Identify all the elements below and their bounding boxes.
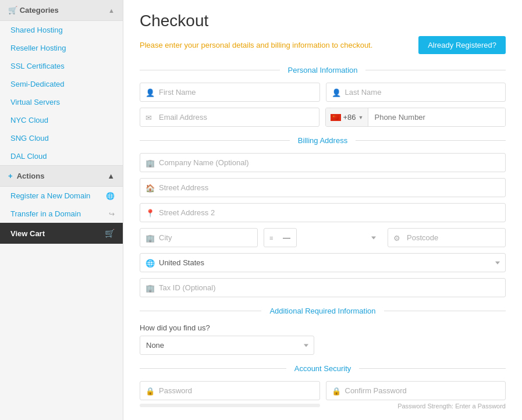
city-input[interactable]	[140, 228, 258, 247]
city-state-postcode-row: 🏢 ≡ — ⚙	[140, 228, 506, 247]
find-us-select[interactable]: None Google Bing Facebook Twitter Friend…	[140, 336, 314, 355]
phone-dropdown-icon[interactable]: ▼	[358, 115, 364, 120]
street1-input[interactable]	[140, 178, 506, 197]
last-name-group: 👤	[326, 83, 506, 102]
additional-info-label: Additional Required Information	[261, 307, 383, 315]
password-right: 🔒 Password Strength: Enter a Password	[326, 381, 506, 410]
sidebar-item-dal-cloud[interactable]: DAL Cloud	[0, 147, 123, 165]
account-security-divider: Account Security	[140, 364, 506, 373]
state-group: ≡ —	[264, 228, 382, 247]
categories-label: Categories	[20, 6, 59, 15]
country-group: 🌐 United States China United Kingdom Can…	[140, 253, 506, 272]
tax-row: 🏢	[140, 278, 506, 297]
personal-info-label: Personal Information	[280, 66, 366, 74]
account-security-label: Account Security	[286, 364, 360, 373]
last-name-input[interactable]	[326, 83, 506, 102]
password-strength-bar	[140, 404, 320, 407]
email-group: ✉	[140, 108, 319, 127]
street2-row: 📍	[140, 203, 506, 222]
sidebar-item-nyc-cloud[interactable]: NYC Cloud	[0, 111, 123, 129]
country-row: 🌐 United States China United Kingdom Can…	[140, 253, 506, 272]
postcode-input[interactable]	[388, 228, 506, 247]
tax-icon: 🏢	[145, 283, 155, 292]
categories-header: 🛒 Categories ▲	[0, 0, 123, 21]
phone-prefix: 🇨🇳 +86 ▼	[326, 108, 369, 126]
street2-input[interactable]	[140, 203, 506, 222]
already-registered-button[interactable]: Already Registered?	[418, 36, 506, 54]
cart-header-icon: 🛒 Categories	[8, 6, 59, 15]
sidebar-item-reseller-hosting[interactable]: Reseller Hosting	[0, 39, 123, 57]
email-phone-row: ✉ 🇨🇳 +86 ▼	[140, 108, 506, 127]
lock-icon-2: 🔒	[332, 386, 341, 395]
postcode-group: ⚙	[388, 228, 506, 247]
password-group: 🔒	[140, 381, 320, 400]
password-strength-text: Password Strength: Enter a Password	[326, 403, 506, 410]
globe-icon-2: 🌐	[145, 258, 155, 267]
actions-chevron-icon: ▲	[107, 172, 115, 180]
subtitle-row: Please enter your personal details and b…	[140, 36, 506, 54]
name-row: 👤 👤	[140, 83, 506, 102]
tax-input[interactable]	[140, 278, 506, 297]
transfer-domain-label: Transfer in a Domain	[10, 209, 81, 218]
country-select[interactable]: United States China United Kingdom Canad…	[140, 253, 506, 272]
person-icon: 👤	[145, 88, 155, 97]
tax-group: 🏢	[140, 278, 506, 297]
sidebar-item-shared-hosting[interactable]: Shared Hosting	[0, 21, 123, 39]
plus-icon: +	[8, 172, 13, 180]
city-group: 🏢	[140, 228, 258, 247]
page-title: Checkout	[140, 12, 506, 30]
confirm-password-group: 🔒	[326, 381, 506, 400]
security-question-left: Please choose a security question What w…	[140, 415, 320, 420]
postcode-icon: ⚙	[393, 233, 400, 242]
password-input[interactable]	[140, 381, 320, 400]
state-select[interactable]: —	[264, 228, 297, 247]
view-cart-label: View Cart	[10, 229, 45, 238]
company-input[interactable]	[140, 153, 506, 172]
first-name-group: 👤	[140, 83, 320, 102]
sidebar-item-sng-cloud[interactable]: SNG Cloud	[0, 129, 123, 147]
address-icon: 🏠	[145, 183, 155, 192]
city-icon: 🏢	[145, 233, 155, 242]
billing-address-label: Billing Address	[290, 136, 356, 145]
first-name-input[interactable]	[140, 83, 320, 102]
password-left: 🔒	[140, 381, 320, 407]
company-row: 🏢	[140, 153, 506, 172]
company-group: 🏢	[140, 153, 506, 172]
person-icon-2: 👤	[332, 88, 341, 97]
sidebar-item-virtual-servers[interactable]: Virtual Servers	[0, 93, 123, 111]
street1-row: 🏠	[140, 178, 506, 197]
phone-input[interactable]	[368, 108, 505, 126]
view-cart-icon: 🛒	[105, 229, 115, 238]
billing-address-divider: Billing Address	[140, 136, 506, 145]
street1-group: 🏠	[140, 178, 506, 197]
subtitle-text: Please enter your personal details and b…	[140, 41, 372, 49]
state-icon: ≡	[269, 234, 273, 241]
main-content: Checkout Please enter your personal deta…	[123, 0, 522, 420]
transfer-icon: ↪	[109, 210, 115, 218]
personal-info-divider: Personal Information	[140, 66, 506, 74]
security-answer-right: 🔒	[326, 415, 506, 420]
lock-icon: 🔒	[145, 386, 155, 395]
sidebar: 🛒 Categories ▲ Shared Hosting Reseller H…	[0, 0, 123, 420]
confirm-password-input[interactable]	[326, 381, 506, 400]
flag-cn-icon: 🇨🇳	[331, 114, 341, 121]
actions-label: Actions	[17, 172, 45, 180]
email-input[interactable]	[140, 108, 319, 127]
phone-group: 🇨🇳 +86 ▼	[325, 108, 506, 127]
actions-header: + Actions ▲	[0, 165, 123, 187]
find-us-select-wrapper: None Google Bing Facebook Twitter Friend…	[140, 336, 314, 355]
sidebar-item-ssl-certificates[interactable]: SSL Certificates	[0, 57, 123, 75]
password-section: 🔒 🔒 Password Strength: Enter a Password	[140, 381, 506, 410]
sidebar-item-semi-dedicated[interactable]: Semi-Dedicated	[0, 75, 123, 93]
find-us-label: How did you find us?	[140, 323, 506, 332]
globe-icon: 🌐	[106, 192, 115, 200]
phone-prefix-text: +86	[343, 113, 356, 122]
register-domain-label: Register a New Domain	[10, 191, 90, 200]
view-cart-item[interactable]: View Cart 🛒	[0, 223, 123, 244]
additional-info-divider: Additional Required Information	[140, 307, 506, 315]
sidebar-item-register-domain[interactable]: Register a New Domain 🌐	[0, 187, 123, 205]
sidebar-item-transfer-domain[interactable]: Transfer in a Domain ↪	[0, 205, 123, 223]
street2-group: 📍	[140, 203, 506, 222]
categories-chevron-icon: ▲	[108, 7, 115, 14]
location-icon: 📍	[145, 208, 155, 217]
